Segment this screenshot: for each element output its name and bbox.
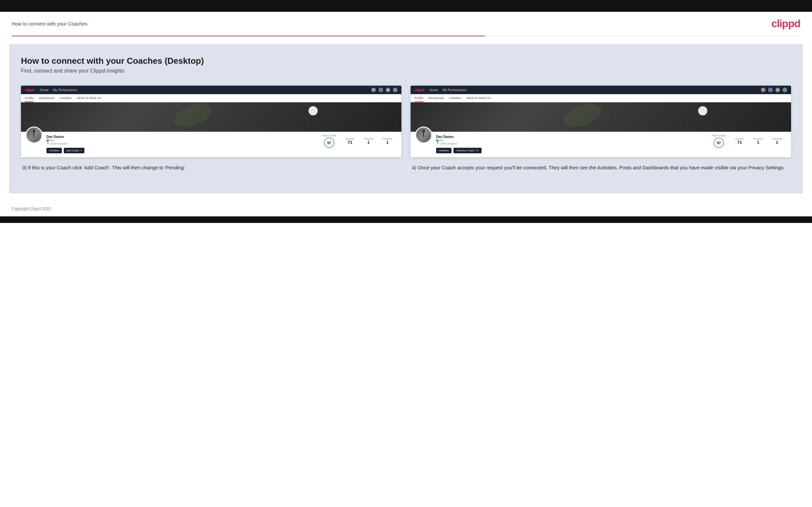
right-nav-home[interactable]: Home <box>429 88 438 92</box>
right-avatar-wrap <box>415 126 432 144</box>
left-avatar <box>26 126 43 144</box>
tab-profile-right[interactable]: Profile <box>414 96 423 102</box>
left-quality: Player Quality 97 <box>317 134 341 148</box>
right-hero-image <box>411 102 791 132</box>
left-quality-circle: 97 <box>324 137 334 148</box>
tab-dashboard-right[interactable]: Dashboard <box>428 96 444 102</box>
left-hero-image <box>21 102 401 132</box>
left-stat-activities: Activities 71 <box>341 137 359 145</box>
tab-activities-right[interactable]: Activities <box>449 96 461 102</box>
left-add-coach-button[interactable]: Add Coach + <box>64 148 85 153</box>
right-badge-dot <box>436 139 439 142</box>
right-tabs: Profile Dashboard Activities What To Wor… <box>411 94 791 102</box>
left-following-label: Following <box>383 137 392 140</box>
user-icon[interactable]: 👤 <box>378 88 383 92</box>
tab-what-to-work-on-left[interactable]: What To Work On <box>77 96 101 102</box>
left-profile-badge: Pro <box>46 139 317 142</box>
right-followers-value: 1 <box>753 140 763 145</box>
left-location-text: United Kingdom <box>50 142 67 145</box>
header-divider <box>12 36 800 36</box>
right-remove-coach-button[interactable]: Remove Coach ✕ <box>453 148 481 153</box>
copyright-text: Copyright Clippd 2022 <box>12 207 51 211</box>
left-nav-icons: 🔍 👤 ⚙ 🌐 <box>371 88 398 92</box>
left-nav-links: Home My Performance <box>40 88 366 92</box>
left-following-value: 1 <box>383 140 392 145</box>
search-icon[interactable]: 🔍 <box>371 88 376 92</box>
right-nav: clippd Home My Performance 🔍 👤 ⚙ 🌐 <box>411 86 791 94</box>
screenshots-row: clippd Home My Performance 🔍 👤 ⚙ 🌐 Profi… <box>21 86 791 171</box>
right-hero-overlay <box>411 102 791 132</box>
left-tabs: Profile Dashboard Activities What To Wor… <box>21 94 401 102</box>
close-icon: ✕ <box>476 149 478 152</box>
right-stat-activities: Activities 71 <box>730 137 749 145</box>
right-column: clippd Home My Performance 🔍 👤 ⚙ 🌐 Profi… <box>411 86 791 171</box>
right-stat-following: Following 1 <box>767 137 786 145</box>
right-location: 📍 United Kingdom <box>436 142 707 145</box>
left-profile-name: Dan Davies <box>46 135 317 138</box>
settings-icon[interactable]: ⚙ <box>386 88 390 92</box>
left-nav-home[interactable]: Home <box>40 88 48 92</box>
left-profile-info: Dan Davies Pro 📍 United Kingdom Unfollow <box>46 134 317 153</box>
left-column: clippd Home My Performance 🔍 👤 ⚙ 🌐 Profi… <box>21 86 401 171</box>
right-profile-buttons: Unfollow Remove Coach ✕ <box>436 148 707 153</box>
right-user-icon[interactable]: 👤 <box>768 88 773 92</box>
plus-icon: + <box>80 149 82 152</box>
right-badge-text: Pro <box>440 139 444 142</box>
left-screenshot: clippd Home My Performance 🔍 👤 ⚙ 🌐 Profi… <box>21 86 401 157</box>
left-followers-label: Followers <box>363 137 373 140</box>
right-quality-num: 97 <box>717 141 721 145</box>
right-nav-logo: clippd <box>414 88 424 92</box>
left-nav-my-performance[interactable]: My Performance <box>53 88 77 92</box>
tab-dashboard-left[interactable]: Dashboard <box>39 96 54 102</box>
right-screenshot: clippd Home My Performance 🔍 👤 ⚙ 🌐 Profi… <box>411 86 791 157</box>
left-badge-text: Pro <box>50 139 54 142</box>
right-location-text: United Kingdom <box>440 142 457 145</box>
page-subheading: Find, connect and share your Clippd insi… <box>21 68 791 74</box>
right-globe-icon[interactable]: 🌐 <box>782 88 787 92</box>
right-activities-label: Activities <box>735 137 744 140</box>
right-following-label: Following <box>772 137 782 140</box>
tab-profile-left[interactable]: Profile <box>25 96 34 102</box>
right-following-value: 1 <box>772 140 782 145</box>
hero-overlay <box>21 102 401 132</box>
right-search-icon[interactable]: 🔍 <box>761 88 766 92</box>
right-profile-badge: Pro <box>436 139 707 142</box>
right-hero-circle <box>698 106 707 115</box>
right-nav-icons: 🔍 👤 ⚙ 🌐 <box>761 88 787 92</box>
globe-icon[interactable]: 🌐 <box>393 88 398 92</box>
left-quality-num: 97 <box>327 141 331 145</box>
right-unfollow-button[interactable]: Unfollow <box>436 148 452 153</box>
left-profile-row: Dan Davies Pro 📍 United Kingdom Unfollow <box>46 134 397 153</box>
right-location-pin-icon: 📍 <box>436 143 439 145</box>
header: How to connect with your Coaches clippd <box>0 12 812 36</box>
right-description: 4) Once your Coach accepts your request … <box>411 164 791 171</box>
logo: clippd <box>771 18 800 30</box>
tab-activities-left[interactable]: Activities <box>59 96 71 102</box>
right-avatar <box>415 126 432 144</box>
top-bar <box>0 0 812 12</box>
right-stat-followers: Followers 1 <box>749 137 767 145</box>
left-followers-value: 1 <box>363 140 373 145</box>
right-followers-label: Followers <box>753 137 763 140</box>
right-nav-my-performance[interactable]: My Performance <box>443 88 466 92</box>
badge-dot <box>46 139 49 142</box>
left-stat-followers: Followers 1 <box>359 137 378 145</box>
left-activities-value: 71 <box>346 140 355 145</box>
right-quality-circle: 97 <box>714 137 724 148</box>
left-activities-label: Activities <box>346 137 355 140</box>
right-avatar-figure <box>421 130 426 140</box>
header-title: How to connect with your Coaches <box>12 21 87 26</box>
left-profile-buttons: Unfollow Add Coach + <box>46 148 317 153</box>
left-quality-label: Player Quality <box>322 134 336 136</box>
left-unfollow-button[interactable]: Unfollow <box>46 148 62 153</box>
left-nav: clippd Home My Performance 🔍 👤 ⚙ 🌐 <box>21 86 401 94</box>
right-quality: Player Quality 97 <box>707 134 730 148</box>
tab-what-to-work-on-right[interactable]: What To Work On <box>466 96 491 102</box>
right-activities-value: 71 <box>735 140 744 145</box>
right-profile-info: Dan Davies Pro 📍 United Kingdom Unfollow <box>436 134 707 153</box>
left-stats: Player Quality 97 Activities 71 Follower <box>317 134 397 148</box>
right-settings-icon[interactable]: ⚙ <box>775 88 780 92</box>
right-nav-links: Home My Performance <box>429 88 756 92</box>
footer: Copyright Clippd 2022 <box>0 202 812 216</box>
right-profile-row: Dan Davies Pro 📍 United Kingdom Unfollow <box>436 134 786 153</box>
